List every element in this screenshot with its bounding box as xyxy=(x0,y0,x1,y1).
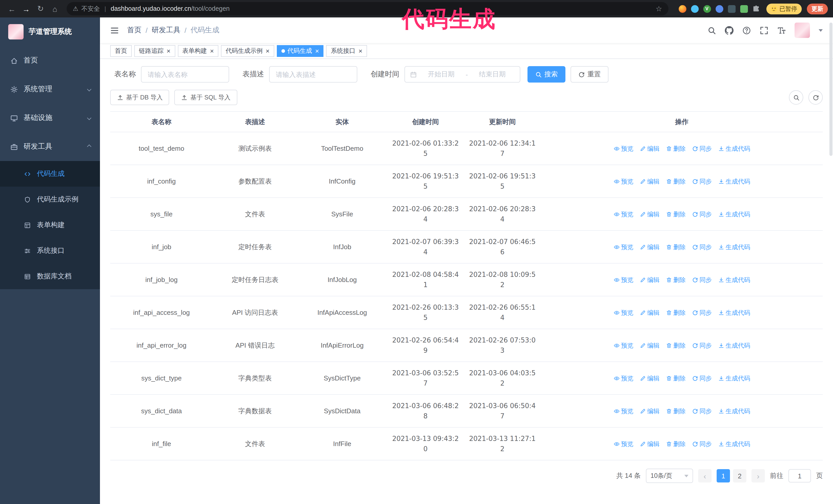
tab[interactable]: 首页 xyxy=(110,45,132,57)
delete-action[interactable]: 删除 xyxy=(666,439,686,449)
close-icon[interactable]: × xyxy=(265,47,269,54)
puzzle-icon[interactable] xyxy=(752,5,760,13)
delete-action[interactable]: 删除 xyxy=(666,143,686,153)
address-bar[interactable]: ⚠ 不安全 | dashboard.yudao.iocoder.cn/tool/… xyxy=(67,2,668,16)
blue-extension-icon[interactable] xyxy=(691,5,698,13)
sync-action[interactable]: 同步 xyxy=(692,373,712,383)
generate-code-action[interactable]: 生成代码 xyxy=(718,209,750,219)
sync-action[interactable]: 同步 xyxy=(692,274,712,285)
paused-badge[interactable]: 已暂停 xyxy=(766,3,802,14)
import-db-button[interactable]: 基于 DB 导入 xyxy=(110,90,169,105)
delete-action[interactable]: 删除 xyxy=(666,340,686,351)
table-desc-input[interactable] xyxy=(269,66,357,82)
tab[interactable]: 代码生成示例 × xyxy=(221,45,274,57)
fullscreen-icon[interactable] xyxy=(760,26,768,34)
browser-reload-icon[interactable]: ↻ xyxy=(34,2,47,16)
sync-action[interactable]: 同步 xyxy=(692,143,712,153)
generate-code-action[interactable]: 生成代码 xyxy=(718,176,750,186)
preview-action[interactable]: 预览 xyxy=(613,242,633,252)
help-icon[interactable] xyxy=(742,26,751,34)
edit-action[interactable]: 编辑 xyxy=(640,307,660,318)
preview-action[interactable]: 预览 xyxy=(613,307,633,318)
edit-action[interactable]: 编辑 xyxy=(640,406,660,416)
bookmark-star-icon[interactable]: ☆ xyxy=(656,5,662,13)
preview-action[interactable]: 预览 xyxy=(613,406,633,416)
sidebar-item[interactable]: 首页 xyxy=(0,46,100,75)
edit-action[interactable]: 编辑 xyxy=(640,143,660,153)
tab[interactable]: 系统接口 × xyxy=(326,45,367,57)
page-button[interactable]: 1 xyxy=(717,469,730,482)
delete-action[interactable]: 删除 xyxy=(666,274,686,285)
sync-action[interactable]: 同步 xyxy=(692,242,712,252)
sidebar-toggle-icon[interactable] xyxy=(110,26,119,34)
sync-action[interactable]: 同步 xyxy=(692,406,712,416)
generate-code-action[interactable]: 生成代码 xyxy=(718,242,750,252)
tab[interactable]: 链路追踪 × xyxy=(134,45,175,57)
breadcrumb-dev-tools[interactable]: 研发工具 xyxy=(152,26,181,35)
generate-code-action[interactable]: 生成代码 xyxy=(718,439,750,449)
close-icon[interactable]: × xyxy=(210,47,214,54)
preview-action[interactable]: 预览 xyxy=(613,340,633,351)
sidebar-subitem[interactable]: 代码生成 xyxy=(0,161,100,187)
sidebar-subitem[interactable]: 表单构建 xyxy=(0,212,100,238)
edit-action[interactable]: 编辑 xyxy=(640,209,660,219)
preview-action[interactable]: 预览 xyxy=(613,373,633,383)
leaf-extension-icon[interactable] xyxy=(740,5,748,13)
next-page-button[interactable]: › xyxy=(752,469,765,482)
sync-action[interactable]: 同步 xyxy=(692,176,712,186)
table-name-input[interactable] xyxy=(141,66,229,82)
generate-code-action[interactable]: 生成代码 xyxy=(718,143,750,153)
search-icon[interactable] xyxy=(708,26,716,34)
refresh-button[interactable] xyxy=(808,90,823,104)
sidebar-item[interactable]: 研发工具 xyxy=(0,132,100,161)
edit-action[interactable]: 编辑 xyxy=(640,242,660,252)
preview-action[interactable]: 预览 xyxy=(613,176,633,186)
delete-action[interactable]: 删除 xyxy=(666,373,686,383)
breadcrumb-home[interactable]: 首页 xyxy=(127,26,142,35)
goto-page-input[interactable] xyxy=(788,469,811,482)
green-check-extension-icon[interactable]: V xyxy=(703,5,711,13)
delete-action[interactable]: 删除 xyxy=(666,209,686,219)
sidebar-subitem[interactable]: 数据库文档 xyxy=(0,264,100,289)
caret-down-icon[interactable] xyxy=(819,29,823,31)
generate-code-action[interactable]: 生成代码 xyxy=(718,274,750,285)
logo[interactable]: 芋道管理系统 xyxy=(0,18,100,46)
sync-action[interactable]: 同步 xyxy=(692,307,712,318)
scrollbar-thumb[interactable] xyxy=(829,23,832,156)
page-button[interactable]: 2 xyxy=(733,469,746,482)
users-extension-icon[interactable] xyxy=(715,5,723,13)
preview-action[interactable]: 预览 xyxy=(613,209,633,219)
generate-code-action[interactable]: 生成代码 xyxy=(718,373,750,383)
github-icon[interactable] xyxy=(725,26,734,34)
edit-action[interactable]: 编辑 xyxy=(640,340,660,351)
reset-button[interactable]: 重置 xyxy=(571,66,609,82)
edit-action[interactable]: 编辑 xyxy=(640,176,660,186)
edit-action[interactable]: 编辑 xyxy=(640,274,660,285)
search-button[interactable]: 搜索 xyxy=(527,66,565,82)
sync-action[interactable]: 同步 xyxy=(692,209,712,219)
delete-action[interactable]: 删除 xyxy=(666,176,686,186)
edit-action[interactable]: 编辑 xyxy=(640,439,660,449)
generate-code-action[interactable]: 生成代码 xyxy=(718,307,750,318)
preview-action[interactable]: 预览 xyxy=(613,439,633,449)
delete-action[interactable]: 删除 xyxy=(666,242,686,252)
orange-extension-icon[interactable] xyxy=(679,5,686,13)
close-icon[interactable]: × xyxy=(315,47,319,54)
generate-code-action[interactable]: 生成代码 xyxy=(718,406,750,416)
dark-extension-icon[interactable] xyxy=(728,5,735,13)
sync-action[interactable]: 同步 xyxy=(692,340,712,351)
page-size-select[interactable]: 10条/页 xyxy=(646,469,693,483)
tab[interactable]: 表单构建 × xyxy=(177,45,218,57)
preview-action[interactable]: 预览 xyxy=(613,274,633,285)
browser-forward-icon[interactable]: → xyxy=(20,2,33,16)
toggle-search-button[interactable] xyxy=(789,90,803,104)
edit-action[interactable]: 编辑 xyxy=(640,373,660,383)
sidebar-item[interactable]: 系统管理 xyxy=(0,75,100,103)
sidebar-subitem[interactable]: 代码生成示例 xyxy=(0,187,100,212)
font-size-icon[interactable] xyxy=(777,26,786,34)
preview-action[interactable]: 预览 xyxy=(613,143,633,153)
update-button[interactable]: 更新 xyxy=(807,3,828,14)
sidebar-subitem[interactable]: 系统接口 xyxy=(0,238,100,264)
generate-code-action[interactable]: 生成代码 xyxy=(718,340,750,351)
import-sql-button[interactable]: 基于 SQL 导入 xyxy=(174,90,237,105)
